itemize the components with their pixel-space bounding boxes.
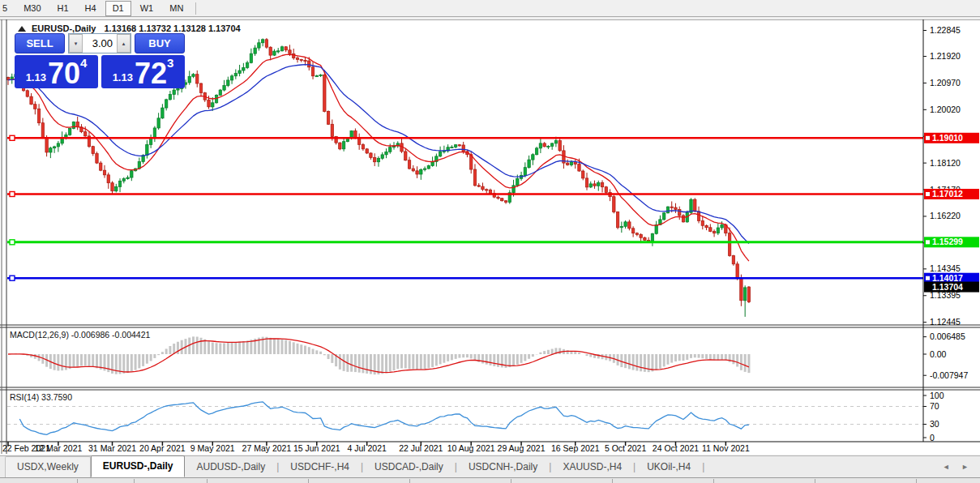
chart-symbol-label: EURUSD-,Daily — [32, 24, 96, 33]
one-click-trading-panel: SELL ▾ 3.00 ▴ BUY 1.13 70 4 1.13 72 3 — [15, 33, 185, 88]
tab-audusd-daily[interactable]: AUDUSD-,Daily — [185, 457, 276, 477]
svg-text:1.14345: 1.14345 — [930, 263, 961, 273]
svg-text:1.15299: 1.15299 — [932, 237, 963, 246]
svg-text:9 May 2021: 9 May 2021 — [190, 443, 235, 453]
svg-text:1.19010: 1.19010 — [932, 133, 963, 143]
svg-text:20 Apr 2021: 20 Apr 2021 — [139, 443, 186, 453]
svg-text:5 Oct 2021: 5 Oct 2021 — [605, 443, 647, 453]
svg-text:1.22845: 1.22845 — [930, 25, 961, 35]
svg-text:22 Jul 2021: 22 Jul 2021 — [399, 443, 443, 453]
volume-stepper: ▾ 3.00 ▴ — [68, 33, 131, 53]
svg-text:15 Jun 2021: 15 Jun 2021 — [293, 443, 340, 453]
chart-collapse-triangle-icon[interactable] — [18, 26, 26, 32]
rsi-indicator-label: RSI(14) 33.7590 — [10, 392, 72, 402]
tab-scroll-arrows[interactable]: ◄ ► — [943, 463, 974, 471]
chart-title: EURUSD-,Daily 1.13168 1.13732 1.13128 1.… — [18, 24, 241, 33]
buy-button[interactable]: BUY — [135, 33, 185, 53]
symbol-tab-bar: USDX,WeeklyEURUSD-,DailyAUDUSD-,Daily|US… — [0, 455, 980, 477]
svg-text:1.20970: 1.20970 — [930, 78, 961, 88]
tab-usdx-weekly[interactable]: USDX,Weekly — [5, 456, 91, 477]
buy-price-prefix: 1.13 — [113, 71, 133, 83]
timeframe-button-5[interactable]: 5 — [0, 1, 15, 16]
svg-text:24 Oct 2021: 24 Oct 2021 — [653, 443, 699, 453]
svg-text:30: 30 — [930, 419, 939, 429]
svg-text:1.17012: 1.17012 — [932, 189, 963, 199]
tab-divider: | — [702, 457, 704, 477]
svg-text:12 Mar 2021: 12 Mar 2021 — [34, 443, 82, 453]
buy-price-big: 72 — [135, 60, 167, 87]
sell-price-big: 70 — [48, 60, 80, 87]
hline-handle[interactable] — [10, 276, 15, 280]
svg-text:0.006485: 0.006485 — [930, 331, 965, 341]
volume-value[interactable]: 3.00 — [83, 34, 117, 53]
sell-button[interactable]: SELL — [15, 33, 65, 53]
macd-indicator-label: MACD(12,26,9) -0.006986 -0.004421 — [10, 330, 150, 340]
svg-text:1.16220: 1.16220 — [930, 211, 961, 220]
svg-text:1.12445: 1.12445 — [930, 317, 961, 327]
svg-text:4 Jul 2021: 4 Jul 2021 — [347, 443, 387, 453]
svg-text:1.20020: 1.20020 — [930, 105, 961, 114]
chart-ohlc-values: 1.13168 1.13732 1.13128 1.13704 — [104, 24, 240, 33]
price-chip-1.15299: 1.15299 — [924, 237, 979, 247]
sell-price-pip: 4 — [80, 56, 87, 70]
price-chip-1.17012: 1.17012 — [924, 189, 979, 199]
hline-handle[interactable] — [10, 191, 15, 196]
tab-eurusd-daily[interactable]: EURUSD-,Daily — [91, 455, 186, 477]
timeframe-button-H4[interactable]: H4 — [78, 1, 104, 16]
svg-text:0: 0 — [930, 433, 935, 442]
svg-text:31 Mar 2021: 31 Mar 2021 — [88, 443, 136, 453]
svg-text:29 Aug 2021: 29 Aug 2021 — [498, 443, 546, 453]
sell-price-display[interactable]: 1.13 70 4 — [15, 55, 98, 88]
svg-text:-0.007947: -0.007947 — [930, 370, 968, 380]
svg-text:10 Aug 2021: 10 Aug 2021 — [447, 443, 495, 453]
svg-text:16 Sep 2021: 16 Sep 2021 — [551, 443, 600, 453]
svg-text:11 Nov 2021: 11 Nov 2021 — [702, 443, 750, 453]
tab-xauusd-h4[interactable]: XAUUSD-,H4 — [551, 457, 633, 477]
bottom-status-strip — [0, 477, 980, 483]
hline-handle[interactable] — [10, 135, 15, 140]
volume-decrease-button[interactable]: ▾ — [69, 34, 83, 53]
date-axis: 22 Feb 202112 Mar 202131 Mar 202120 Apr … — [2, 442, 750, 453]
toolbar-separator — [195, 2, 196, 15]
timeframe-button-M30[interactable]: M30 — [16, 1, 48, 16]
svg-text:1.21920: 1.21920 — [930, 51, 961, 61]
svg-text:1.13704: 1.13704 — [932, 282, 963, 292]
timeframe-button-W1[interactable]: W1 — [133, 1, 161, 16]
tab-usdcnh-daily[interactable]: USDCNH-,Daily — [457, 457, 549, 477]
svg-text:1.18120: 1.18120 — [930, 158, 961, 168]
tab-usdchf-h4[interactable]: USDCHF-,H4 — [279, 457, 361, 477]
svg-text:0.00: 0.00 — [930, 349, 947, 359]
volume-increase-button[interactable]: ▴ — [117, 34, 131, 53]
sell-price-prefix: 1.13 — [26, 71, 46, 83]
svg-text:70: 70 — [930, 401, 939, 411]
svg-text:27 May 2021: 27 May 2021 — [242, 443, 292, 453]
price-chip-1.13704: 1.13704 — [924, 282, 979, 293]
chart-window: 1.228451.219201.209701.200201.190701.181… — [0, 19, 980, 455]
timeframe-toolbar: 5M30H1H4D1W1MN — [0, 0, 980, 17]
tab-ukoil-h4[interactable]: UKOil-,H4 — [636, 457, 702, 477]
timeframe-button-MN[interactable]: MN — [162, 1, 190, 16]
buy-price-display[interactable]: 1.13 72 3 — [101, 55, 185, 88]
timeframe-button-H1[interactable]: H1 — [50, 1, 76, 16]
buy-price-pip: 3 — [167, 56, 173, 70]
svg-text:100: 100 — [930, 391, 944, 400]
tab-usdcad-daily[interactable]: USDCAD-,Daily — [363, 457, 455, 477]
timeframe-button-D1[interactable]: D1 — [105, 1, 131, 16]
price-chip-1.19010: 1.19010 — [924, 133, 979, 143]
hline-handle[interactable] — [10, 240, 15, 245]
